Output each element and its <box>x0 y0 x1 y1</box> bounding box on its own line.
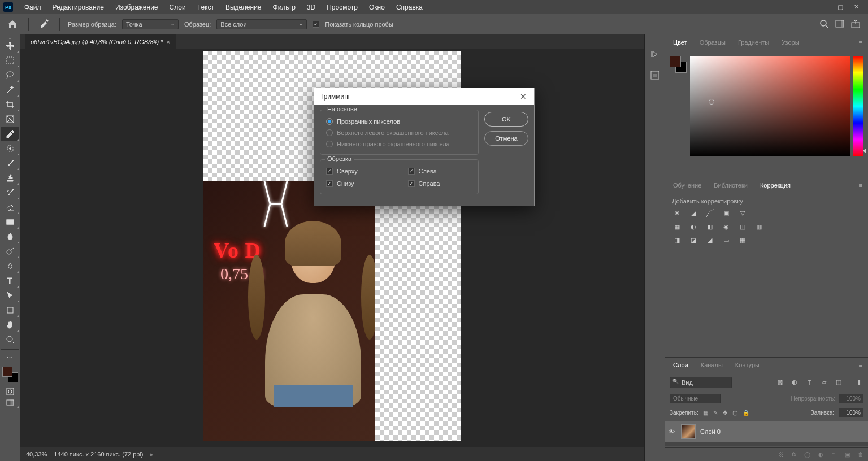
ok-button[interactable]: OK <box>484 112 528 127</box>
layer-name[interactable]: Слой 0 <box>700 428 721 435</box>
lock-artboard-icon[interactable]: ▢ <box>732 410 737 416</box>
link-layers-icon[interactable]: ⛓ <box>778 451 784 458</box>
menu-3d[interactable]: 3D <box>301 1 321 14</box>
chk-top[interactable]: Сверху <box>326 166 391 177</box>
layer-mask-icon[interactable]: ◯ <box>804 451 810 458</box>
quickmask-icon[interactable] <box>1 386 19 397</box>
filter-toggle-icon[interactable]: ▮ <box>854 378 863 387</box>
photofilter-icon[interactable]: ◉ <box>721 221 731 232</box>
edit-toolbar-icon[interactable]: ⋯ <box>1 352 19 363</box>
filter-pixel-icon[interactable]: ▩ <box>775 378 784 387</box>
tab-paths[interactable]: Контуры <box>730 359 765 371</box>
tab-patterns[interactable]: Узоры <box>776 36 805 49</box>
channelmixer-icon[interactable]: ◫ <box>737 221 748 232</box>
gradient-tool[interactable] <box>1 215 19 229</box>
blend-mode-dropdown[interactable]: Обычные <box>670 394 721 403</box>
share-icon[interactable] <box>851 19 860 29</box>
document-tab[interactable]: p6Iwc1vBGpA.jpg @ 40,3% (Слой 0, RGB/8#)… <box>25 34 176 49</box>
radio-transparent[interactable]: Прозрачных пикселов <box>326 116 472 127</box>
lock-all-icon[interactable]: 🔒 <box>743 410 749 416</box>
lock-position-icon[interactable]: ✥ <box>723 410 727 416</box>
lock-pixels-icon[interactable]: ▦ <box>703 410 708 416</box>
menu-edit[interactable]: Редактирование <box>47 1 110 14</box>
layer-fx-icon[interactable]: fx <box>792 451 796 458</box>
tab-learn[interactable]: Обучение <box>667 179 707 192</box>
threshold-icon[interactable]: ◢ <box>705 235 715 245</box>
chk-bottom[interactable]: Снизу <box>326 178 391 189</box>
menu-text[interactable]: Текст <box>192 1 220 14</box>
dialog-close-icon[interactable]: ✕ <box>518 92 528 102</box>
home-icon[interactable] <box>5 18 20 31</box>
lock-brush-icon[interactable]: ✎ <box>713 410 718 416</box>
zoom-level[interactable]: 40,33% <box>26 451 47 458</box>
opacity-input[interactable]: 100% <box>839 394 863 403</box>
menu-filter[interactable]: Фильтр <box>267 1 301 14</box>
layer-filter-dropdown[interactable]: Вид <box>670 377 732 388</box>
posterize-icon[interactable]: ◪ <box>688 235 698 245</box>
menu-window[interactable]: Окно <box>363 1 390 14</box>
color-swatch-pair[interactable] <box>670 56 687 73</box>
dialog-titlebar[interactable]: Тримминг ✕ <box>314 88 534 105</box>
colorbalance-icon[interactable]: ◐ <box>688 221 698 232</box>
move-tool[interactable] <box>1 38 19 53</box>
window-close-icon[interactable]: ✕ <box>852 3 860 11</box>
healing-tool[interactable] <box>1 141 19 156</box>
history-panel-icon[interactable] <box>649 49 661 61</box>
cancel-button[interactable]: Отмена <box>484 131 528 146</box>
path-select-tool[interactable] <box>1 288 19 303</box>
selective-icon[interactable]: ▦ <box>737 235 748 245</box>
curves-icon[interactable] <box>705 208 715 218</box>
menu-view[interactable]: Просмотр <box>321 1 363 14</box>
crop-tool[interactable] <box>1 97 19 112</box>
dodge-tool[interactable] <box>1 244 19 259</box>
window-maximize-icon[interactable]: ▢ <box>836 3 844 11</box>
pen-tool[interactable] <box>1 259 19 273</box>
exposure-icon[interactable]: ▣ <box>721 208 731 218</box>
layer-item[interactable]: 👁 Слой 0 <box>665 421 868 442</box>
tab-libraries[interactable]: Библиотеки <box>708 179 753 192</box>
menu-image[interactable]: Изображение <box>110 1 164 14</box>
menu-select[interactable]: Выделение <box>220 1 267 14</box>
group-icon[interactable]: 🗀 <box>831 451 837 458</box>
eyedropper-tool[interactable] <box>1 127 19 141</box>
eraser-tool[interactable] <box>1 200 19 215</box>
levels-icon[interactable]: ◢ <box>688 208 698 218</box>
hand-tool[interactable] <box>1 318 19 332</box>
tab-gradients[interactable]: Градиенты <box>732 36 775 49</box>
blur-tool[interactable] <box>1 229 19 244</box>
brightness-icon[interactable]: ☀ <box>672 208 682 218</box>
screenmode-icon[interactable] <box>1 397 19 408</box>
tab-adjustments[interactable]: Коррекция <box>754 179 796 192</box>
tab-channels[interactable]: Каналы <box>695 359 728 371</box>
delete-layer-icon[interactable]: 🗑 <box>858 451 863 458</box>
radio-topleft[interactable]: Верхнего левого окрашенного пиксела <box>326 127 472 138</box>
visibility-icon[interactable]: 👁 <box>669 428 676 435</box>
filter-adjust-icon[interactable]: ◐ <box>790 378 799 387</box>
close-tab-icon[interactable]: × <box>166 38 170 45</box>
color-swatches[interactable] <box>2 367 18 382</box>
color-field[interactable] <box>690 56 850 156</box>
panel-menu-icon[interactable]: ≡ <box>856 362 866 368</box>
panel-menu-icon[interactable]: ≡ <box>856 182 866 189</box>
frame-tool[interactable] <box>1 112 19 127</box>
marquee-tool[interactable] <box>1 53 19 68</box>
sample-size-dropdown[interactable]: Точка <box>122 19 179 29</box>
brush-tool[interactable] <box>1 156 19 171</box>
new-layer-icon[interactable]: ▣ <box>845 451 850 458</box>
tab-swatches[interactable]: Образцы <box>694 36 731 49</box>
wand-tool[interactable] <box>1 82 19 97</box>
radio-bottomright[interactable]: Нижнего правого окрашенного пиксела <box>326 138 472 150</box>
menu-help[interactable]: Справка <box>390 1 428 14</box>
chk-right[interactable]: Справа <box>408 178 473 189</box>
status-chevron-icon[interactable]: ▸ <box>150 451 154 458</box>
vibrance-icon[interactable]: ▽ <box>737 208 748 218</box>
search-icon[interactable] <box>819 19 828 29</box>
colorlookup-icon[interactable]: ▥ <box>754 221 764 232</box>
shape-tool[interactable] <box>1 303 19 318</box>
fill-input[interactable]: 100% <box>839 408 863 417</box>
layer-thumbnail[interactable] <box>681 424 696 439</box>
gradientmap-icon[interactable]: ▭ <box>721 235 731 245</box>
menu-layers[interactable]: Слои <box>164 1 192 14</box>
history-brush-tool[interactable] <box>1 185 19 200</box>
zoom-tool[interactable] <box>1 332 19 347</box>
